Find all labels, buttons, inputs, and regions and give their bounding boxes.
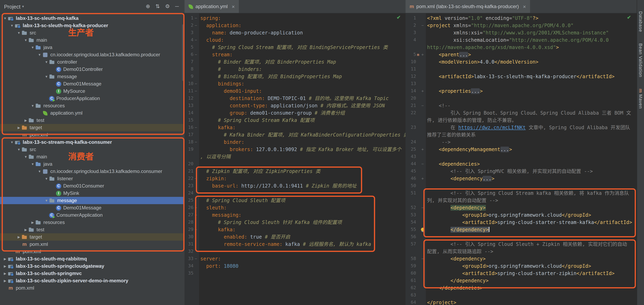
fold-marker-icon[interactable]: − bbox=[194, 226, 198, 233]
editor-line[interactable]: 11− demo01-input: bbox=[184, 87, 406, 95]
collapse-all-icon[interactable]: ⇅ bbox=[155, 0, 160, 13]
fold-marker-icon[interactable]: − bbox=[194, 255, 198, 263]
editor-line[interactable]: 29− kafka: bbox=[184, 226, 406, 233]
editor-line[interactable]: 列, 并实现对其的自动配置 --> bbox=[406, 197, 637, 204]
editor-line[interactable]: 3 name: demo-producer-application bbox=[184, 29, 406, 36]
intention-bulb-icon[interactable] bbox=[421, 228, 424, 231]
tree-row[interactable]: ▼listener bbox=[0, 175, 184, 182]
editor-line[interactable]: 56 bbox=[406, 233, 637, 241]
editor-line[interactable]: 23 在 https://dwz.cn/mcLIfNKt 文章中, Spring… bbox=[406, 124, 637, 131]
fold-marker-icon[interactable]: − bbox=[420, 22, 425, 29]
tree-toggle-arrow[interactable]: ▶ bbox=[2, 264, 8, 268]
editor-line[interactable]: 60 <artifactId>spring-cloud-starter-zipk… bbox=[406, 270, 637, 277]
tree-toggle-arrow[interactable]: ▶ bbox=[23, 228, 28, 232]
tree-toggle-arrow[interactable]: ▼ bbox=[16, 31, 22, 35]
editor-line[interactable]: 62 </dependencies> bbox=[406, 284, 637, 292]
tree-toggle-arrow[interactable]: ▼ bbox=[44, 75, 49, 78]
editor-line[interactable]: 34 port: 18080 bbox=[184, 263, 406, 270]
editor-line[interactable]: 11 bbox=[406, 66, 637, 73]
editor-line[interactable]: 1<?xml version="1.0" encoding="UTF-8"?> bbox=[406, 14, 637, 22]
editor-line[interactable]: 27− messaging: bbox=[184, 211, 406, 219]
tree-toggle-arrow[interactable]: ▶ bbox=[2, 279, 8, 283]
tree-toggle-arrow[interactable]: ▼ bbox=[9, 140, 14, 144]
editor-line[interactable]: 21− <!-- bbox=[406, 102, 637, 109]
tab-pom-xml[interactable]: m pom.xml (labx-13-sc-sleuth-mq-kafka-pr… bbox=[406, 0, 530, 13]
tree-row[interactable]: ▼cn.iocoder.springcloud.labx13.kafkademo… bbox=[0, 168, 184, 175]
tree-toggle-arrow[interactable]: ▼ bbox=[37, 170, 42, 173]
editor-line[interactable]: 20 bbox=[184, 160, 406, 168]
tree-toggle-arrow[interactable]: ▶ bbox=[2, 272, 8, 275]
tree-row[interactable]: ▶labx-13-sc-sleuth-mq-rabbitmq bbox=[0, 255, 184, 263]
editor-line[interactable]: 15 # Spring Cloud Stream Kafka 配置项 bbox=[184, 117, 406, 124]
editor-line[interactable]: 12 <artifactId>labx-13-sc-sleuth-mq-kafk… bbox=[406, 73, 637, 80]
tree-row[interactable]: mpom.xml bbox=[0, 241, 184, 248]
tree-toggle-arrow[interactable]: ▶ bbox=[30, 221, 35, 224]
fold-marker-icon[interactable]: − bbox=[194, 51, 198, 58]
editor-line[interactable]: 25 # Spring Cloud Sleuth 配置项 bbox=[184, 197, 406, 204]
editor-line[interactable]: 46+ <dependency...> bbox=[406, 175, 637, 182]
tree-row[interactable]: ▼main bbox=[0, 36, 184, 44]
tree-row[interactable]: ▼controller bbox=[0, 58, 184, 66]
yml-code-area[interactable]: 1−spring:2− application:3 name: demo-pro… bbox=[184, 13, 406, 305]
editor-line[interactable]: 22− zipkin: bbox=[184, 175, 406, 182]
fold-marker-icon[interactable]: − bbox=[194, 204, 198, 211]
project-view-title[interactable]: Project bbox=[4, 3, 20, 9]
editor-line[interactable]: 16− kafka: bbox=[184, 124, 406, 131]
close-icon[interactable]: × bbox=[523, 3, 526, 9]
fold-marker-icon[interactable]: − bbox=[420, 102, 425, 109]
fold-marker-icon[interactable]: − bbox=[420, 160, 425, 168]
editor-line[interactable]: 24 bbox=[184, 190, 406, 197]
editor-line[interactable]: 31 remote-service-name: kafka # 远程服务名, 默… bbox=[184, 241, 406, 248]
editor-line[interactable]: 3 xmlns:xsi="http://www.w3.org/2001/XMLS… bbox=[406, 29, 637, 36]
tree-toggle-arrow[interactable]: ▼ bbox=[44, 199, 49, 202]
tree-row[interactable]: ▼cn.iocoder.springcloud.labx13.kafkademo… bbox=[0, 51, 184, 58]
editor-line[interactable]: 44− <dependencies> bbox=[406, 160, 637, 168]
editor-line[interactable]: 件, 进行依赖版本的管理, 防止不兼容。 bbox=[406, 117, 637, 124]
tree-row[interactable]: CDemo01Consumer bbox=[0, 182, 184, 190]
editor-line[interactable]: http://maven.apache.org/xsd/maven-4.0.0.… bbox=[406, 44, 637, 51]
fold-marker-icon[interactable]: + bbox=[420, 175, 425, 182]
tree-row[interactable]: mpom.xml bbox=[0, 131, 184, 139]
tree-row[interactable]: ▼message bbox=[0, 197, 184, 204]
tree-toggle-arrow[interactable]: ▶ bbox=[16, 126, 22, 129]
tree-row[interactable]: ▼java bbox=[0, 160, 184, 168]
editor-line[interactable]: 28 # Spring Cloud Sleuth 针对 Kafka 组件的配置项 bbox=[184, 219, 406, 226]
close-icon[interactable]: × bbox=[232, 3, 235, 9]
editor-line[interactable]: 14+ <properties...> bbox=[406, 87, 637, 95]
editor-line[interactable]: 14 group: demo01-consumer-group # 消费者分组 bbox=[184, 109, 406, 117]
locate-file-icon[interactable]: ⊕ bbox=[146, 0, 150, 13]
editor-line[interactable]: 32 bbox=[184, 248, 406, 255]
editor-line[interactable]: 43 bbox=[406, 153, 637, 160]
editor-line[interactable]: 5 # Spring Cloud Stream 配置项, 对应 BindingS… bbox=[184, 44, 406, 51]
tree-toggle-arrow[interactable]: ▼ bbox=[30, 162, 35, 166]
editor-line[interactable]: 61 </dependency> bbox=[406, 277, 637, 284]
editor-line[interactable]: , 以逗号分隔 bbox=[184, 153, 406, 160]
editor-line[interactable]: 57 <!-- 引入 Spring Cloud Sleuth + Zipkin … bbox=[406, 241, 637, 248]
editor-line[interactable]: 53 <groupId>org.springframework.cloud</g… bbox=[406, 211, 637, 219]
editor-line[interactable]: 17 # Kafka Binder 配置项, 对应 KafkaBinderCon… bbox=[184, 131, 406, 139]
tree-row[interactable]: ▼labx-13-sc-sleuth-mq-kafka-producer bbox=[0, 22, 184, 29]
tree-toggle-arrow[interactable]: ▼ bbox=[30, 104, 35, 108]
tree-row[interactable]: ▼message bbox=[0, 73, 184, 80]
editor-line[interactable]: 24 --> bbox=[406, 139, 637, 146]
tree-row[interactable]: ▼labx-13-sc-stream-mq-kafka-consumer bbox=[0, 139, 184, 146]
editor-line[interactable]: 10− bindings: bbox=[184, 80, 406, 87]
editor-line[interactable]: 7 # Binder 配置项, 对应 BinderProperties Map bbox=[184, 58, 406, 66]
pom-code-area[interactable]: 1<?xml version="1.0" encoding="UTF-8"?>2… bbox=[406, 13, 637, 305]
editor-line[interactable]: 20 bbox=[406, 95, 637, 102]
fold-marker-icon[interactable]: − bbox=[194, 124, 198, 131]
editor-line[interactable]: 18− binder: bbox=[184, 139, 406, 146]
tree-row[interactable]: ▶labx-13-sc-sleuth-springmvc bbox=[0, 270, 184, 277]
tree-row[interactable]: ▶test bbox=[0, 226, 184, 233]
tree-row[interactable]: ▶target bbox=[0, 124, 184, 131]
editor-line[interactable]: 59 <groupId>org.springframework.cloud</g… bbox=[406, 263, 637, 270]
editor-line[interactable]: 55 </dependency> bbox=[406, 226, 637, 233]
tab-application-yml[interactable]: application.yml × bbox=[184, 0, 239, 13]
editor-line[interactable]: 5m+ <parent...> bbox=[406, 51, 637, 58]
tree-toggle-arrow[interactable]: ▼ bbox=[16, 148, 22, 151]
tree-row[interactable]: ▶labx-13-sc-sleuth-zipkin-server-demo-in… bbox=[0, 277, 184, 284]
editor-line[interactable]: 8 # binders: bbox=[184, 66, 406, 73]
editor-line[interactable]: 51 <!-- 引入 Spring Cloud Stream kafka 相关依… bbox=[406, 190, 637, 197]
fold-marker-icon[interactable]: + bbox=[420, 146, 425, 153]
editor-line[interactable]: 13 content-type: application/json # 内容格式… bbox=[184, 102, 406, 109]
